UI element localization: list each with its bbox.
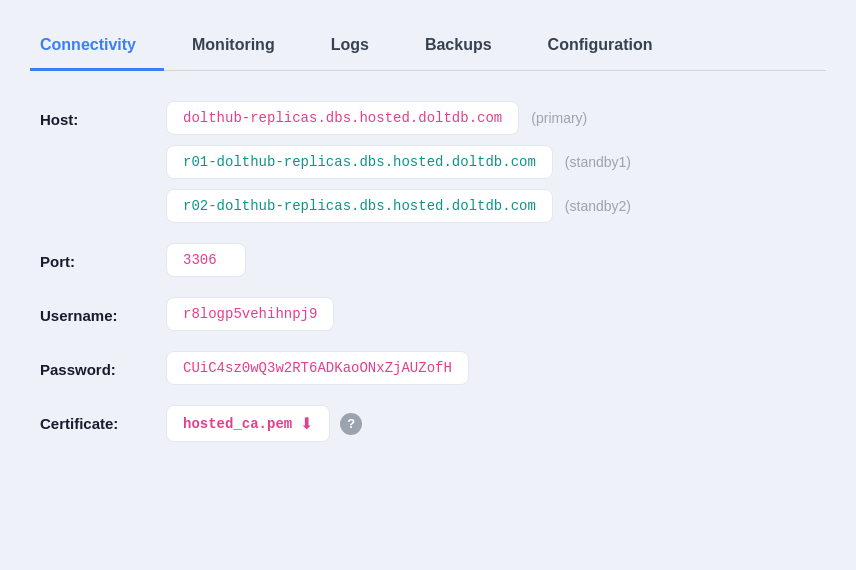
host-standby1-value[interactable]: r01-dolthub-replicas.dbs.hosted.doltdb.c…	[166, 145, 553, 179]
certificate-label: Certificate:	[40, 405, 150, 432]
certificate-download-box[interactable]: hosted_ca.pem ⬇	[166, 405, 330, 442]
tab-configuration[interactable]: Configuration	[520, 20, 681, 71]
username-value-row: r8logp5vehihnpj9	[166, 297, 334, 331]
password-label: Password:	[40, 351, 150, 378]
connectivity-content: Host: dolthub-replicas.dbs.hosted.doltdb…	[30, 101, 826, 442]
port-value[interactable]: 3306	[166, 243, 246, 277]
username-label: Username:	[40, 297, 150, 324]
host-primary-value[interactable]: dolthub-replicas.dbs.hosted.doltdb.com	[166, 101, 519, 135]
tab-backups[interactable]: Backups	[397, 20, 520, 71]
certificate-filename: hosted_ca.pem	[183, 416, 292, 432]
certificate-values: hosted_ca.pem ⬇ ?	[166, 405, 362, 442]
certificate-help-icon[interactable]: ?	[340, 413, 362, 435]
tab-connectivity[interactable]: Connectivity	[30, 20, 164, 71]
username-value[interactable]: r8logp5vehihnpj9	[166, 297, 334, 331]
host-standby1-tag: (standby1)	[565, 154, 631, 170]
host-standby2-value[interactable]: r02-dolthub-replicas.dbs.hosted.doltdb.c…	[166, 189, 553, 223]
username-values: r8logp5vehihnpj9	[166, 297, 334, 331]
host-values: dolthub-replicas.dbs.hosted.doltdb.com (…	[166, 101, 631, 223]
host-label: Host:	[40, 101, 150, 128]
password-value-row: CUiC4sz0wQ3w2RT6ADKaoONxZjAUZofH	[166, 351, 469, 385]
certificate-row: hosted_ca.pem ⬇ ?	[166, 405, 362, 442]
port-value-row: 3306	[166, 243, 246, 277]
host-field-row: Host: dolthub-replicas.dbs.hosted.doltdb…	[40, 101, 816, 223]
download-icon: ⬇	[300, 414, 313, 433]
username-field-row: Username: r8logp5vehihnpj9	[40, 297, 816, 331]
host-primary-tag: (primary)	[531, 110, 587, 126]
port-label: Port:	[40, 243, 150, 270]
password-value[interactable]: CUiC4sz0wQ3w2RT6ADKaoONxZjAUZofH	[166, 351, 469, 385]
host-standby2-tag: (standby2)	[565, 198, 631, 214]
host-standby2-row: r02-dolthub-replicas.dbs.hosted.doltdb.c…	[166, 189, 631, 223]
port-field-row: Port: 3306	[40, 243, 816, 277]
port-values: 3306	[166, 243, 246, 277]
password-field-row: Password: CUiC4sz0wQ3w2RT6ADKaoONxZjAUZo…	[40, 351, 816, 385]
host-standby1-row: r01-dolthub-replicas.dbs.hosted.doltdb.c…	[166, 145, 631, 179]
tab-logs[interactable]: Logs	[303, 20, 397, 71]
password-values: CUiC4sz0wQ3w2RT6ADKaoONxZjAUZofH	[166, 351, 469, 385]
tab-bar: Connectivity Monitoring Logs Backups Con…	[30, 20, 826, 71]
tab-monitoring[interactable]: Monitoring	[164, 20, 303, 71]
certificate-field-row: Certificate: hosted_ca.pem ⬇ ?	[40, 405, 816, 442]
page-container: Connectivity Monitoring Logs Backups Con…	[0, 0, 856, 570]
host-primary-row: dolthub-replicas.dbs.hosted.doltdb.com (…	[166, 101, 631, 135]
